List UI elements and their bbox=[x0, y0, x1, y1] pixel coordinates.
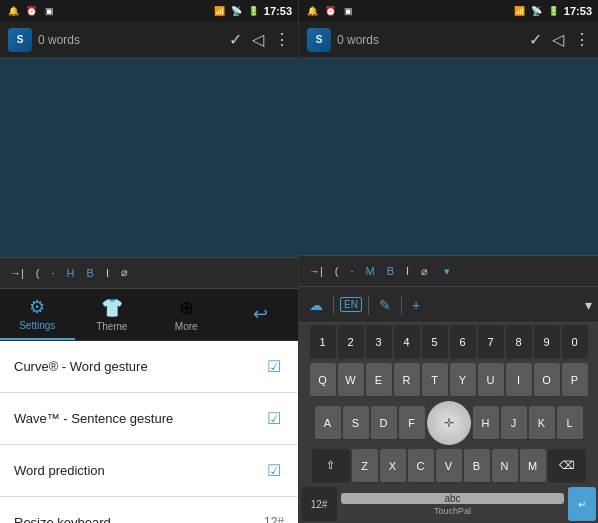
key-8[interactable]: 8 bbox=[506, 325, 532, 359]
key-u[interactable]: U bbox=[478, 363, 504, 397]
key-z[interactable]: Z bbox=[352, 449, 378, 483]
tab-more[interactable]: ⊕ More bbox=[149, 289, 224, 340]
key-o[interactable]: O bbox=[534, 363, 560, 397]
alarm-icon: ⏰ bbox=[24, 4, 38, 18]
right-format-bold-btn[interactable]: B bbox=[383, 263, 398, 279]
right-share-icon[interactable]: ◁ bbox=[552, 30, 564, 49]
left-status-bar: 🔔 ⏰ ▣ 📶 📡 🔋 17:53 bbox=[0, 0, 298, 22]
tab-more-label: More bbox=[175, 321, 198, 332]
right-confirm-icon[interactable]: ✓ bbox=[529, 30, 542, 49]
shift-key[interactable]: ⇧ bbox=[312, 449, 350, 483]
more-icon: ⊕ bbox=[179, 297, 194, 319]
numbers-key[interactable]: 12# bbox=[301, 487, 337, 521]
format-tab-btn[interactable]: →| bbox=[6, 265, 28, 281]
key-4[interactable]: 4 bbox=[394, 325, 420, 359]
left-status-right: 📶 📡 🔋 17:53 bbox=[213, 4, 292, 18]
right-format-link-btn[interactable]: ⌀ bbox=[417, 263, 432, 280]
right-format-h-btn[interactable]: M bbox=[362, 263, 379, 279]
sim-icon: ▣ bbox=[42, 4, 56, 18]
format-link-btn[interactable]: ⌀ bbox=[117, 264, 132, 281]
list-item[interactable]: Wave™ - Sentence gesture ☑ bbox=[0, 393, 298, 445]
wave-gesture-label: Wave™ - Sentence gesture bbox=[14, 411, 264, 426]
key-m[interactable]: M bbox=[520, 449, 546, 483]
right-status-right: 📶 📡 🔋 17:53 bbox=[513, 4, 592, 18]
left-menu-icon[interactable]: ⋮ bbox=[274, 30, 290, 49]
key-e[interactable]: E bbox=[366, 363, 392, 397]
wave-gesture-checkbox[interactable]: ☑ bbox=[264, 408, 284, 428]
format-paren-btn[interactable]: ( bbox=[32, 265, 44, 281]
toolbar-sep3 bbox=[401, 295, 402, 315]
space-key[interactable]: abc bbox=[341, 493, 564, 504]
tab-theme[interactable]: 👕 Theme bbox=[75, 289, 150, 340]
right-format-dot-btn[interactable]: · bbox=[347, 263, 358, 279]
right-time: 17:53 bbox=[564, 5, 592, 17]
left-app-icon: S bbox=[8, 28, 32, 52]
key-w[interactable]: W bbox=[338, 363, 364, 397]
key-c[interactable]: C bbox=[408, 449, 434, 483]
right-format-down-icon[interactable]: ▾ bbox=[440, 263, 454, 280]
right-battery-icon: 🔋 bbox=[547, 4, 561, 18]
key-a[interactable]: A bbox=[315, 406, 341, 440]
resize-keyboard-value: 12# bbox=[264, 515, 284, 523]
key-s[interactable]: S bbox=[343, 406, 369, 440]
expand-icon[interactable]: ▾ bbox=[585, 297, 592, 313]
zxcv-row: ⇧ Z X C V B N M ⌫ bbox=[299, 447, 598, 485]
key-0[interactable]: 0 bbox=[562, 325, 588, 359]
key-v[interactable]: V bbox=[436, 449, 462, 483]
format-bold-btn[interactable]: B bbox=[83, 265, 98, 281]
nav-circle[interactable]: ✛ bbox=[427, 401, 471, 445]
key-2[interactable]: 2 bbox=[338, 325, 364, 359]
key-5[interactable]: 5 bbox=[422, 325, 448, 359]
key-3[interactable]: 3 bbox=[366, 325, 392, 359]
resize-keyboard-label: Resize keyboard bbox=[14, 515, 264, 524]
list-item[interactable]: Resize keyboard 12# bbox=[0, 497, 298, 524]
backspace-key[interactable]: ⌫ bbox=[548, 449, 586, 483]
curve-gesture-checkbox[interactable]: ☑ bbox=[264, 356, 284, 376]
key-y[interactable]: Y bbox=[450, 363, 476, 397]
add-icon[interactable]: + bbox=[408, 295, 424, 315]
list-item[interactable]: Word prediction ☑ bbox=[0, 445, 298, 497]
key-7[interactable]: 7 bbox=[478, 325, 504, 359]
key-r[interactable]: R bbox=[394, 363, 420, 397]
left-share-icon[interactable]: ◁ bbox=[252, 30, 264, 49]
right-format-paren-btn[interactable]: ( bbox=[331, 263, 343, 279]
right-top-bar: S 0 words ✓ ◁ ⋮ bbox=[299, 22, 598, 58]
key-h[interactable]: H bbox=[473, 406, 499, 440]
key-p[interactable]: P bbox=[562, 363, 588, 397]
tab-settings-label: Settings bbox=[19, 320, 55, 331]
list-item[interactable]: Curve® - Word gesture ☑ bbox=[0, 341, 298, 393]
edit-icon[interactable]: ✎ bbox=[375, 295, 395, 315]
key-f[interactable]: F bbox=[399, 406, 425, 440]
key-1[interactable]: 1 bbox=[310, 325, 336, 359]
key-l[interactable]: L bbox=[557, 406, 583, 440]
right-menu-icon[interactable]: ⋮ bbox=[574, 30, 590, 49]
key-t[interactable]: T bbox=[422, 363, 448, 397]
key-q[interactable]: Q bbox=[310, 363, 336, 397]
swipe-icon[interactable]: ☁ bbox=[305, 295, 327, 315]
language-btn[interactable]: EN bbox=[340, 297, 362, 312]
key-j[interactable]: J bbox=[501, 406, 527, 440]
tab-back[interactable]: ↩ bbox=[224, 289, 299, 340]
toolbar-sep bbox=[333, 295, 334, 315]
format-h-btn[interactable]: H bbox=[63, 265, 79, 281]
keyboard: 1 2 3 4 5 6 7 8 9 0 Q W E R T Y U I O P … bbox=[299, 323, 598, 523]
key-9[interactable]: 9 bbox=[534, 325, 560, 359]
left-text-area[interactable] bbox=[0, 58, 298, 257]
format-dot-btn[interactable]: · bbox=[48, 265, 59, 281]
key-k[interactable]: K bbox=[529, 406, 555, 440]
key-d[interactable]: D bbox=[371, 406, 397, 440]
left-confirm-icon[interactable]: ✓ bbox=[229, 30, 242, 49]
right-format-tab-btn[interactable]: →| bbox=[305, 263, 327, 279]
enter-key[interactable]: ↵ bbox=[568, 487, 596, 521]
tab-settings[interactable]: ⚙ Settings bbox=[0, 289, 75, 340]
key-n[interactable]: N bbox=[492, 449, 518, 483]
word-prediction-checkbox[interactable]: ☑ bbox=[264, 460, 284, 480]
key-i[interactable]: I bbox=[506, 363, 532, 397]
number-row: 1 2 3 4 5 6 7 8 9 0 bbox=[299, 323, 598, 361]
right-format-italic-btn[interactable]: I bbox=[402, 263, 413, 279]
key-b[interactable]: B bbox=[464, 449, 490, 483]
key-6[interactable]: 6 bbox=[450, 325, 476, 359]
format-italic-btn[interactable]: I bbox=[102, 265, 113, 281]
right-text-area[interactable] bbox=[299, 58, 598, 255]
key-x[interactable]: X bbox=[380, 449, 406, 483]
